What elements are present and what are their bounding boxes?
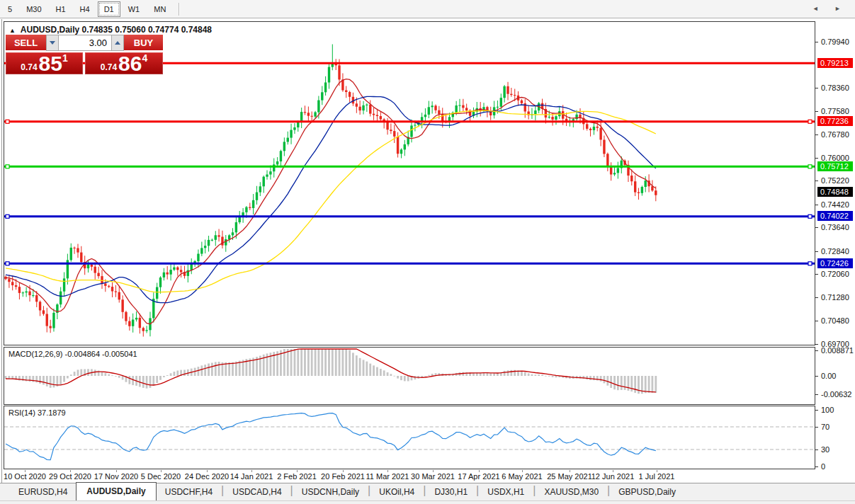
- rsi-canvas[interactable]: [4, 406, 815, 469]
- one-click-trading-panel: SELL BUY 0.74 85 1 0.74 86: [6, 35, 163, 74]
- rsi-axis-label: 30: [821, 445, 829, 454]
- time-axis[interactable]: 10 Oct 202029 Oct 202017 Nov 20205 Dec 2…: [4, 470, 815, 482]
- price-axis-tick: [815, 134, 818, 135]
- price-axis-tick: [815, 42, 818, 42]
- time-axis-label: 14 Jan 2021: [230, 472, 273, 481]
- price-axis-label: 0.72060: [821, 270, 849, 279]
- rsi-axis-label: 0: [821, 462, 825, 471]
- price-chart-panel: ▲ AUDUSD,Daily 0.74835 0.75060 0.74774 0…: [4, 21, 815, 345]
- chart-symbol-label: AUDUSD,Daily: [21, 25, 79, 35]
- price-axis-tick: [815, 274, 818, 275]
- chart-tab-dj30[interactable]: DJ30,H1: [426, 484, 476, 500]
- macd-indicator-panel: MACD(12,26,9) -0.004864 -0.005041: [4, 347, 815, 405]
- horizontal-level-lines[interactable]: [4, 63, 815, 265]
- chart-tab-usdcnh[interactable]: USDCNH,Daily: [293, 484, 368, 500]
- window-frame-edge: [1, 19, 2, 500]
- time-axis-label: 5 Dec 2020: [141, 472, 181, 481]
- sell-button[interactable]: SELL: [6, 35, 46, 51]
- timeframe-toolbar: 5M30H1H4D1W1MN: [0, 0, 855, 18]
- rsi-axis-tick: [815, 466, 818, 467]
- time-axis-label: 17 Apr 2021: [458, 472, 499, 481]
- time-axis-label: 2 Feb 2021: [277, 472, 317, 481]
- chart-tab-usdchf[interactable]: USDCHF,H4: [157, 484, 221, 500]
- chart-title: ▲ AUDUSD,Daily 0.74835 0.75060 0.74774 0…: [9, 25, 212, 35]
- sell-price-display[interactable]: 0.74 85 1: [6, 52, 83, 74]
- time-axis-label: 10 Oct 2020: [4, 472, 46, 481]
- price-axis-label: 0.75220: [821, 176, 849, 185]
- timeframe-button-5[interactable]: 5: [1, 1, 18, 17]
- rsi-axis-label: 100: [821, 406, 834, 415]
- time-axis-label: 25 May 2021: [547, 472, 592, 481]
- price-axis-label: 0.76780: [821, 130, 849, 139]
- price-axis-label: 0.79940: [821, 38, 849, 47]
- time-axis-label: 24 Dec 2020: [185, 472, 229, 481]
- macd-axis-tick: [815, 394, 818, 395]
- macd-axis-tick: [815, 376, 818, 377]
- price-axis-label: 0.71280: [821, 293, 849, 302]
- price-axis-tick: [815, 321, 818, 321]
- chart-tab-usdcad[interactable]: USDCAD,H4: [224, 484, 290, 500]
- time-axis-label: 30 Mar 2021: [411, 472, 455, 481]
- chart-tab-ukoil[interactable]: UKOil,H4: [370, 484, 423, 500]
- timeframe-button-h4[interactable]: H4: [74, 1, 96, 17]
- chart-ohlc-values: 0.74835 0.75060 0.74774 0.74848: [82, 25, 213, 35]
- rsi-axis-tick: [815, 449, 818, 450]
- tab-scroll-right-arrow[interactable]: ►: [834, 5, 848, 12]
- volume-decrease-button[interactable]: [46, 35, 59, 51]
- candles-layer: [4, 45, 657, 337]
- price-axis-label: 0.72840: [821, 247, 849, 256]
- rsi-indicator-panel: RSI(14) 37.1879: [4, 406, 815, 469]
- price-axis-tick: [815, 227, 818, 228]
- toolbar-separator: [179, 3, 180, 16]
- chart-tab-eurusd[interactable]: EURUSD,H4: [10, 484, 76, 500]
- rsi-label: RSI(14) 37.1879: [9, 408, 66, 417]
- price-axis-label: 0.74420: [821, 200, 849, 210]
- timeframe-button-mn[interactable]: MN: [147, 1, 172, 17]
- price-axis-tick: [815, 88, 818, 88]
- timeframe-button-m30[interactable]: M30: [20, 1, 47, 17]
- sell-price-prefix: 0.74: [21, 62, 37, 72]
- tab-scroll-left-arrow[interactable]: ◄: [812, 5, 826, 12]
- buy-button[interactable]: BUY: [124, 35, 163, 51]
- macd-axis-label: -0.00632: [821, 390, 851, 399]
- chart-tab-usdx[interactable]: USDX,H1: [479, 484, 533, 500]
- triangle-up-icon: [115, 41, 120, 45]
- sell-price-pipette: 1: [62, 52, 68, 64]
- status-bar: [0, 500, 855, 504]
- macd-label: MACD(12,26,9) -0.004864 -0.005041: [9, 350, 137, 358]
- price-axis-label: 0.77580: [821, 107, 849, 116]
- timeframe-button-d1[interactable]: D1: [98, 1, 120, 17]
- macd-axis-label: 0.008871: [821, 346, 854, 355]
- price-axis-tick: [815, 181, 818, 181]
- buy-price-display[interactable]: 0.74 86 4: [85, 52, 163, 74]
- chart-tab-gbpusd[interactable]: GBPUSD,Daily: [610, 484, 684, 500]
- collapse-panel-icon[interactable]: ▲: [9, 27, 16, 34]
- chart-tab-audusd[interactable]: AUDUSD,Daily: [76, 482, 156, 500]
- time-axis-label: 29 Oct 2020: [49, 472, 91, 481]
- price-axis-label: 0.78360: [821, 84, 849, 93]
- time-axis-label: 12 Jun 2021: [591, 472, 635, 481]
- price-level-badge: 0.75712: [817, 161, 853, 171]
- price-axis[interactable]: 0.799400.783600.775800.767800.760000.752…: [815, 20, 855, 482]
- price-axis-tick: [815, 205, 818, 205]
- timeframe-button-w1[interactable]: W1: [122, 1, 147, 17]
- price-axis-tick: [815, 111, 818, 112]
- price-level-badge: 0.72426: [817, 258, 853, 268]
- price-axis-label: 0.70480: [821, 316, 849, 326]
- rsi-axis-tick: [815, 410, 818, 411]
- price-axis-tick: [815, 344, 818, 345]
- chart-tab-xauusd[interactable]: XAUUSD,M30: [536, 484, 607, 500]
- buy-price-prefix: 0.74: [101, 62, 117, 72]
- timeframe-button-h1[interactable]: H1: [50, 1, 72, 17]
- price-axis-label: 0.73640: [821, 223, 849, 232]
- buy-price-big-digits: 86: [118, 52, 142, 74]
- price-level-badge: 0.74848: [817, 187, 853, 197]
- chart-tab-bar: EURUSD,H4AUDUSD,DailyUSDCHF,H4|USDCAD,H4…: [0, 483, 855, 500]
- volume-input[interactable]: [59, 35, 111, 51]
- rsi-axis-label: 70: [821, 423, 829, 432]
- price-level-badge: 0.79213: [817, 58, 853, 68]
- rsi-line: [6, 413, 656, 460]
- volume-increase-button[interactable]: [111, 35, 124, 51]
- macd-axis-tick: [815, 350, 818, 351]
- time-axis-label: 1 Jul 2021: [639, 472, 675, 481]
